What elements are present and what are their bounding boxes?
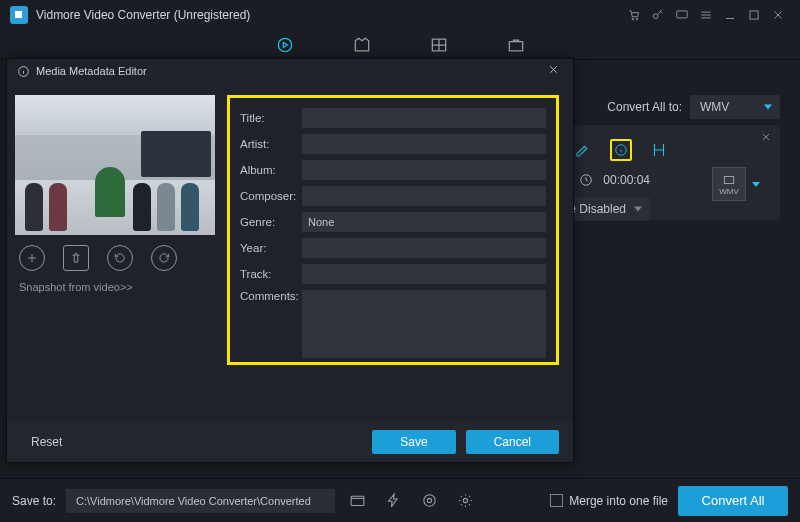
convert-all-label: Convert All to:: [607, 100, 682, 114]
snapshot-link[interactable]: Snapshot from video>>: [15, 281, 215, 293]
save-path-select[interactable]: C:\Vidmore\Vidmore Video Converter\Conve…: [66, 489, 335, 513]
convert-all-format-value: WMV: [700, 100, 729, 114]
genre-value: None: [308, 216, 334, 228]
saveto-label: Save to:: [12, 494, 56, 508]
edit-video-icon[interactable]: [572, 139, 594, 161]
merge-label: Merge into one file: [569, 494, 668, 508]
svg-point-5: [278, 38, 291, 51]
output-format-label: WMV: [719, 187, 739, 196]
metadata-form: Title: Artist: Album: Composer: Genre: N…: [227, 95, 559, 365]
tab-toolbox-icon[interactable]: [505, 34, 527, 56]
title-input[interactable]: [302, 108, 546, 128]
info-icon: [17, 65, 30, 78]
app-title: Vidmore Video Converter (Unregistered): [36, 8, 250, 22]
svg-point-15: [464, 498, 468, 502]
metadata-info-icon[interactable]: [610, 139, 632, 161]
modal-close-icon[interactable]: [547, 63, 563, 79]
year-input[interactable]: [302, 238, 546, 258]
delete-thumb-button[interactable]: [63, 245, 89, 271]
comments-label: Comments:: [240, 290, 302, 302]
comments-input[interactable]: [302, 290, 546, 358]
album-label: Album:: [240, 164, 302, 176]
tab-converter-icon[interactable]: [274, 34, 296, 56]
svg-rect-4: [750, 11, 758, 19]
rotate-right-button[interactable]: [151, 245, 177, 271]
svg-rect-10: [724, 176, 733, 183]
thumbnail-preview: [15, 95, 215, 235]
save-path-value: C:\Vidmore\Vidmore Video Converter\Conve…: [76, 495, 311, 507]
settings-icon[interactable]: [453, 488, 479, 514]
output-format-box[interactable]: WMV: [712, 167, 746, 201]
track-input[interactable]: [302, 264, 546, 284]
chevron-down-icon[interactable]: [752, 182, 760, 187]
rotate-left-button[interactable]: [107, 245, 133, 271]
svg-rect-12: [351, 496, 364, 505]
top-tabs: [0, 30, 800, 60]
card-close-icon[interactable]: [760, 131, 774, 145]
cancel-button[interactable]: Cancel: [466, 430, 559, 454]
metadata-editor-modal: Media Metadata Editor Snapshot from vide…: [6, 58, 574, 463]
trim-icon[interactable]: [648, 139, 670, 161]
composer-label: Composer:: [240, 190, 302, 202]
cart-icon[interactable]: [622, 3, 646, 27]
merge-checkbox-row[interactable]: Merge into one file: [550, 494, 668, 508]
chevron-down-icon: [634, 207, 642, 212]
bottom-bar: Save to: C:\Vidmore\Vidmore Video Conver…: [0, 478, 800, 522]
merge-checkbox[interactable]: [550, 494, 563, 507]
convert-all-format-select[interactable]: WMV: [690, 95, 780, 119]
title-label: Title:: [240, 112, 302, 124]
feedback-icon[interactable]: [670, 3, 694, 27]
modal-footer: Reset Save Cancel: [7, 422, 573, 462]
svg-point-2: [653, 14, 658, 19]
tab-collage-icon[interactable]: [428, 34, 450, 56]
svg-point-1: [636, 18, 638, 20]
modal-title: Media Metadata Editor: [36, 65, 147, 77]
chevron-down-icon: [764, 105, 772, 110]
svg-rect-7: [509, 41, 522, 50]
thumbnail-column: Snapshot from video>>: [15, 95, 215, 365]
svg-point-0: [632, 18, 634, 20]
close-window-icon[interactable]: [766, 3, 790, 27]
artist-input[interactable]: [302, 134, 546, 154]
gpu-accel-icon[interactable]: [381, 488, 407, 514]
album-input[interactable]: [302, 160, 546, 180]
clock-icon: [579, 173, 593, 187]
maximize-icon[interactable]: [742, 3, 766, 27]
reset-button[interactable]: Reset: [21, 430, 72, 454]
genre-select[interactable]: None: [302, 212, 546, 232]
genre-label: Genre:: [240, 216, 302, 228]
convert-all-row: Convert All to: WMV: [607, 95, 780, 119]
minimize-icon[interactable]: [718, 3, 742, 27]
menu-icon[interactable]: [694, 3, 718, 27]
composer-input[interactable]: [302, 186, 546, 206]
high-speed-icon[interactable]: [417, 488, 443, 514]
year-label: Year:: [240, 242, 302, 254]
duration-label: 00:00:04: [603, 173, 650, 187]
convert-all-button[interactable]: Convert All: [678, 486, 788, 516]
modal-header: Media Metadata Editor: [7, 59, 573, 83]
track-label: Track:: [240, 268, 302, 280]
key-icon[interactable]: [646, 3, 670, 27]
add-thumb-button[interactable]: [19, 245, 45, 271]
app-logo: [10, 6, 28, 24]
titlebar: Vidmore Video Converter (Unregistered): [0, 0, 800, 30]
save-button[interactable]: Save: [372, 430, 455, 454]
artist-label: Artist:: [240, 138, 302, 150]
tab-mv-icon[interactable]: [351, 34, 373, 56]
svg-point-13: [424, 495, 435, 506]
open-folder-icon[interactable]: [345, 488, 371, 514]
svg-point-14: [428, 498, 432, 502]
